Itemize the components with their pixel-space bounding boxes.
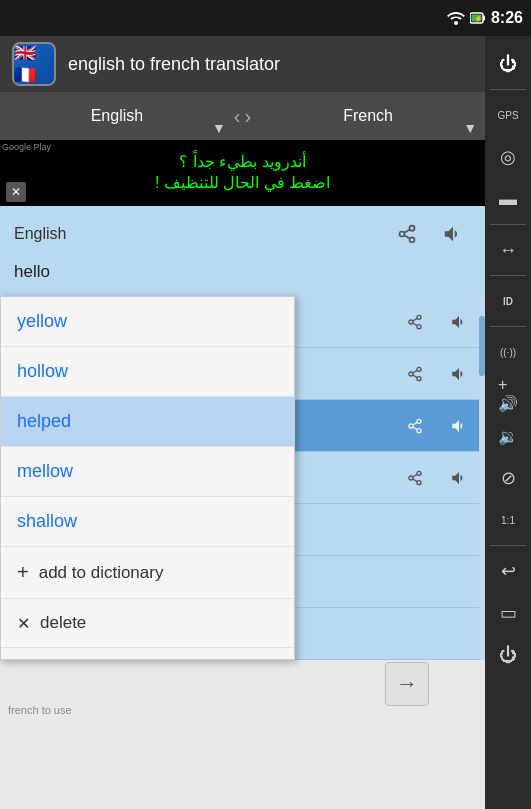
speaker-btn-1[interactable] <box>441 356 477 392</box>
volume-up-icon[interactable]: +🔊 <box>488 374 528 414</box>
sidebar-divider-1 <box>490 89 526 90</box>
svg-point-6 <box>400 232 405 237</box>
right-sidebar: ⏻ GPS ◎ ▬ ↔ ID ((·)) +🔊 🔉 ⊘ 1:1 ↩ ▭ ⏻ <box>485 36 531 809</box>
svg-point-15 <box>417 367 421 371</box>
share-icon-0 <box>407 314 423 330</box>
ad-banner: Google Play أندرويد بطيء جداً ؟ اضغط في … <box>0 140 485 206</box>
power-icon[interactable]: ⏻ <box>488 44 528 84</box>
arrows-icon[interactable]: ↔ <box>488 230 528 270</box>
translation-label: English <box>14 225 66 243</box>
svg-point-27 <box>417 480 421 484</box>
svg-point-21 <box>409 424 413 428</box>
resize-icon[interactable]: 1:1 <box>488 500 528 540</box>
speaker-btn-2[interactable] <box>441 408 477 444</box>
delete-button[interactable]: ✕ delete <box>1 599 294 648</box>
ad-line1: أندرويد بطيء جداً ؟ <box>155 152 330 173</box>
svg-point-11 <box>409 320 413 324</box>
gps-icon[interactable]: GPS <box>488 95 528 135</box>
autocomplete-shallow[interactable]: shallow <box>1 497 294 547</box>
speaker-icon <box>442 223 464 245</box>
svg-text:⚡: ⚡ <box>474 14 483 23</box>
share-button[interactable] <box>389 216 425 252</box>
autocomplete-helped[interactable]: helped <box>1 397 294 447</box>
svg-point-7 <box>410 237 415 242</box>
shallow-text: shallow <box>17 511 77 531</box>
circle-icon[interactable]: ◎ <box>488 137 528 177</box>
svg-line-29 <box>413 474 418 477</box>
svg-point-25 <box>417 471 421 475</box>
translation-icons <box>389 216 471 252</box>
app-header: 🇬🇧🇫🇷 english to french translator <box>0 36 485 92</box>
id-icon[interactable]: ID <box>488 281 528 321</box>
sidebar-divider-3 <box>490 275 526 276</box>
svg-point-0 <box>454 21 458 25</box>
english-tab[interactable]: English ▼ <box>0 92 234 140</box>
bottom-area: french to use → <box>0 660 485 720</box>
share-btn-2[interactable] <box>397 408 433 444</box>
speaker-btn-0[interactable] <box>441 304 477 340</box>
right-row-2 <box>295 400 485 452</box>
right-row-3 <box>295 452 485 504</box>
add-dict-text: add to dictionary <box>39 563 164 583</box>
add-icon: + <box>17 561 29 584</box>
svg-line-23 <box>413 427 418 430</box>
left-chevron: ‹ <box>234 105 241 128</box>
svg-point-20 <box>417 419 421 423</box>
arrow-next-button[interactable]: → <box>385 662 429 706</box>
share-icon-2 <box>407 418 423 434</box>
block-icon[interactable]: ⊘ <box>488 458 528 498</box>
speaker-button[interactable] <box>435 216 471 252</box>
speaker-icon-2 <box>450 417 468 435</box>
delete-text: delete <box>40 613 86 633</box>
svg-point-22 <box>417 428 421 432</box>
share-btn-1[interactable] <box>397 356 433 392</box>
volume-down-icon[interactable]: 🔉 <box>488 416 528 456</box>
autocomplete-hollow[interactable]: hollow <box>1 347 294 397</box>
svg-point-16 <box>409 372 413 376</box>
svg-line-14 <box>413 318 418 321</box>
speaker-icon-0 <box>450 313 468 331</box>
share-icon <box>397 224 417 244</box>
helped-text: helped <box>17 411 71 431</box>
right-chevron: › <box>245 105 252 128</box>
main-content: 🇬🇧🇫🇷 english to french translator Englis… <box>0 36 485 809</box>
status-icons: ⚡ 8:26 <box>447 9 523 27</box>
delete-icon: ✕ <box>17 614 30 633</box>
lang-arrows: ‹ › <box>234 105 251 128</box>
bottom-hint: french to use <box>8 704 72 716</box>
share-icon-1 <box>407 366 423 382</box>
autocomplete-mellow[interactable]: mellow <box>1 447 294 497</box>
power2-icon[interactable]: ⏻ <box>488 635 528 675</box>
speaker-icon-1 <box>450 365 468 383</box>
home-icon[interactable]: ▭ <box>488 593 528 633</box>
add-to-dictionary-button[interactable]: + add to dictionary <box>1 547 294 599</box>
ad-close-button[interactable]: ✕ <box>6 182 26 202</box>
app-logo: 🇬🇧🇫🇷 <box>12 42 56 86</box>
autocomplete-list: yellow hollow helped mellow shallow + ad… <box>0 296 295 660</box>
share-btn-3[interactable] <box>397 460 433 496</box>
svg-line-28 <box>413 479 418 482</box>
svg-point-12 <box>417 324 421 328</box>
results-area: yellow hollow helped mellow shallow + ad… <box>0 296 485 660</box>
right-row-4 <box>295 504 485 556</box>
input-text: hello <box>14 262 50 281</box>
lang-tabs: English ▼ ‹ › French ▼ <box>0 92 485 140</box>
svg-line-24 <box>413 422 418 425</box>
right-row-0 <box>295 296 485 348</box>
share-btn-0[interactable] <box>397 304 433 340</box>
ad-content: أندرويد بطيء جداً ؟ اضغط في الحال للتنظي… <box>155 152 330 194</box>
ad-label: Google Play <box>2 142 51 152</box>
status-bar: ⚡ 8:26 <box>0 0 531 36</box>
french-tab-label: French <box>343 107 393 125</box>
back-icon[interactable]: ↩ <box>488 551 528 591</box>
video-icon[interactable]: ▬ <box>488 179 528 219</box>
svg-line-9 <box>404 229 410 232</box>
french-tab[interactable]: French ▼ <box>251 92 485 140</box>
ad-line2: اضغط في الحال للتنظيف ! <box>155 173 330 194</box>
sidebar-divider-2 <box>490 224 526 225</box>
autocomplete-yellow[interactable]: yellow <box>1 297 294 347</box>
wifi-sidebar-icon[interactable]: ((·)) <box>488 332 528 372</box>
app-title: english to french translator <box>68 54 280 75</box>
speaker-btn-3[interactable] <box>441 460 477 496</box>
wifi-status-icon <box>447 11 465 25</box>
